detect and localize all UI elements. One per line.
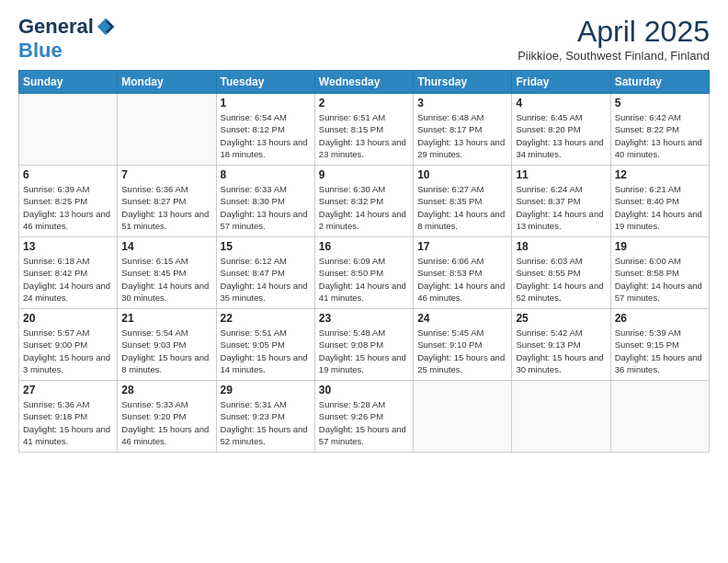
- calendar-cell: 29Sunrise: 5:31 AM Sunset: 9:23 PM Dayli…: [216, 381, 314, 453]
- calendar-cell: 26Sunrise: 5:39 AM Sunset: 9:15 PM Dayli…: [610, 309, 709, 381]
- calendar-cell: 10Sunrise: 6:27 AM Sunset: 8:35 PM Dayli…: [414, 166, 512, 237]
- day-number: 10: [417, 168, 507, 181]
- calendar-cell: 17Sunrise: 6:06 AM Sunset: 8:53 PM Dayli…: [414, 237, 512, 309]
- calendar-cell: 9Sunrise: 6:30 AM Sunset: 8:32 PM Daylig…: [314, 166, 413, 237]
- day-info: Sunrise: 5:48 AM Sunset: 9:08 PM Dayligh…: [319, 327, 409, 375]
- calendar-cell: 1Sunrise: 6:54 AM Sunset: 8:12 PM Daylig…: [216, 94, 314, 166]
- day-info: Sunrise: 6:48 AM Sunset: 8:17 PM Dayligh…: [417, 111, 507, 160]
- week-row-4: 27Sunrise: 5:36 AM Sunset: 9:18 PM Dayli…: [19, 381, 710, 453]
- calendar-cell: [118, 94, 216, 166]
- day-info: Sunrise: 6:09 AM Sunset: 8:50 PM Dayligh…: [319, 255, 409, 304]
- calendar-cell: 11Sunrise: 6:24 AM Sunset: 8:37 PM Dayli…: [512, 166, 610, 237]
- week-row-3: 20Sunrise: 5:57 AM Sunset: 9:00 PM Dayli…: [19, 309, 710, 381]
- calendar-cell: 16Sunrise: 6:09 AM Sunset: 8:50 PM Dayli…: [314, 237, 413, 309]
- logo-text: General: [18, 15, 116, 39]
- day-number: 2: [319, 97, 409, 109]
- calendar-cell: 22Sunrise: 5:51 AM Sunset: 9:05 PM Dayli…: [216, 309, 314, 381]
- calendar-cell: 28Sunrise: 5:33 AM Sunset: 9:20 PM Dayli…: [118, 381, 216, 453]
- subtitle: Piikkioe, Southwest Finland, Finland: [518, 49, 710, 63]
- logo: General Blue: [18, 15, 116, 63]
- logo-icon: [96, 17, 116, 37]
- day-number: 20: [23, 312, 113, 325]
- calendar-cell: 24Sunrise: 5:45 AM Sunset: 9:10 PM Dayli…: [414, 309, 512, 381]
- calendar-cell: 21Sunrise: 5:54 AM Sunset: 9:03 PM Dayli…: [118, 309, 216, 381]
- calendar-cell: 19Sunrise: 6:00 AM Sunset: 8:58 PM Dayli…: [610, 237, 709, 309]
- day-info: Sunrise: 6:42 AM Sunset: 8:22 PM Dayligh…: [615, 111, 705, 160]
- calendar-cell: [19, 94, 118, 166]
- day-info: Sunrise: 5:33 AM Sunset: 9:20 PM Dayligh…: [121, 398, 211, 447]
- col-header-sunday: Sunday: [19, 71, 118, 94]
- calendar-cell: 25Sunrise: 5:42 AM Sunset: 9:13 PM Dayli…: [512, 309, 610, 381]
- title-block: April 2025 Piikkioe, Southwest Finland, …: [518, 15, 710, 63]
- header-row: SundayMondayTuesdayWednesdayThursdayFrid…: [19, 71, 710, 94]
- day-number: 18: [516, 240, 606, 253]
- day-number: 8: [221, 168, 311, 181]
- day-info: Sunrise: 6:00 AM Sunset: 8:58 PM Dayligh…: [615, 255, 705, 304]
- day-info: Sunrise: 6:21 AM Sunset: 8:40 PM Dayligh…: [615, 183, 705, 232]
- day-number: 22: [221, 312, 311, 325]
- day-number: 9: [319, 168, 409, 181]
- day-number: 26: [615, 312, 705, 325]
- day-info: Sunrise: 6:36 AM Sunset: 8:27 PM Dayligh…: [121, 183, 211, 232]
- day-info: Sunrise: 5:28 AM Sunset: 9:26 PM Dayligh…: [319, 398, 409, 447]
- day-info: Sunrise: 6:30 AM Sunset: 8:32 PM Dayligh…: [319, 183, 409, 232]
- day-number: 23: [319, 312, 409, 325]
- day-number: 24: [417, 312, 507, 325]
- day-info: Sunrise: 6:03 AM Sunset: 8:55 PM Dayligh…: [516, 255, 606, 304]
- day-info: Sunrise: 6:12 AM Sunset: 8:47 PM Dayligh…: [221, 255, 311, 304]
- col-header-friday: Friday: [512, 71, 610, 94]
- logo-blue-text: Blue: [18, 39, 63, 63]
- calendar-cell: 27Sunrise: 5:36 AM Sunset: 9:18 PM Dayli…: [19, 381, 118, 453]
- day-number: 28: [121, 384, 211, 396]
- day-number: 17: [417, 240, 507, 253]
- page: General Blue April 2025 Piikkioe, Southw…: [0, 0, 728, 563]
- day-info: Sunrise: 6:06 AM Sunset: 8:53 PM Dayligh…: [417, 255, 507, 304]
- day-number: 11: [516, 168, 606, 181]
- day-number: 6: [23, 168, 113, 181]
- calendar-cell: [512, 381, 610, 453]
- calendar-cell: [610, 381, 709, 453]
- calendar-cell: 23Sunrise: 5:48 AM Sunset: 9:08 PM Dayli…: [314, 309, 413, 381]
- day-number: 15: [221, 240, 311, 253]
- day-info: Sunrise: 6:33 AM Sunset: 8:30 PM Dayligh…: [221, 183, 311, 232]
- day-number: 4: [516, 97, 606, 109]
- calendar-cell: 14Sunrise: 6:15 AM Sunset: 8:45 PM Dayli…: [118, 237, 216, 309]
- day-number: 29: [221, 384, 311, 396]
- calendar-cell: 8Sunrise: 6:33 AM Sunset: 8:30 PM Daylig…: [216, 166, 314, 237]
- day-number: 21: [121, 312, 211, 325]
- week-row-0: 1Sunrise: 6:54 AM Sunset: 8:12 PM Daylig…: [19, 94, 710, 166]
- calendar-cell: 5Sunrise: 6:42 AM Sunset: 8:22 PM Daylig…: [610, 94, 709, 166]
- day-number: 30: [319, 384, 409, 396]
- calendar-cell: 7Sunrise: 6:36 AM Sunset: 8:27 PM Daylig…: [118, 166, 216, 237]
- calendar-cell: 6Sunrise: 6:39 AM Sunset: 8:25 PM Daylig…: [19, 166, 118, 237]
- calendar-cell: 20Sunrise: 5:57 AM Sunset: 9:00 PM Dayli…: [19, 309, 118, 381]
- day-number: 7: [121, 168, 211, 181]
- day-info: Sunrise: 5:57 AM Sunset: 9:00 PM Dayligh…: [23, 327, 113, 375]
- day-info: Sunrise: 6:18 AM Sunset: 8:42 PM Dayligh…: [23, 255, 113, 304]
- calendar-cell: 4Sunrise: 6:45 AM Sunset: 8:20 PM Daylig…: [512, 94, 610, 166]
- day-number: 5: [615, 97, 705, 109]
- day-number: 1: [221, 97, 311, 109]
- col-header-tuesday: Tuesday: [216, 71, 314, 94]
- calendar-cell: 15Sunrise: 6:12 AM Sunset: 8:47 PM Dayli…: [216, 237, 314, 309]
- col-header-monday: Monday: [118, 71, 216, 94]
- day-number: 25: [516, 312, 606, 325]
- day-info: Sunrise: 5:54 AM Sunset: 9:03 PM Dayligh…: [121, 327, 211, 375]
- day-number: 13: [23, 240, 113, 253]
- logo-general: General: [18, 15, 94, 39]
- col-header-wednesday: Wednesday: [314, 71, 413, 94]
- calendar-cell: 13Sunrise: 6:18 AM Sunset: 8:42 PM Dayli…: [19, 237, 118, 309]
- calendar-cell: 2Sunrise: 6:51 AM Sunset: 8:15 PM Daylig…: [314, 94, 413, 166]
- day-number: 16: [319, 240, 409, 253]
- col-header-saturday: Saturday: [610, 71, 709, 94]
- calendar-cell: 30Sunrise: 5:28 AM Sunset: 9:26 PM Dayli…: [314, 381, 413, 453]
- day-info: Sunrise: 6:51 AM Sunset: 8:15 PM Dayligh…: [319, 111, 409, 160]
- day-number: 19: [615, 240, 705, 253]
- calendar: SundayMondayTuesdayWednesdayThursdayFrid…: [18, 70, 710, 453]
- day-number: 14: [121, 240, 211, 253]
- day-number: 12: [615, 168, 705, 181]
- calendar-cell: 18Sunrise: 6:03 AM Sunset: 8:55 PM Dayli…: [512, 237, 610, 309]
- day-info: Sunrise: 6:24 AM Sunset: 8:37 PM Dayligh…: [516, 183, 606, 232]
- day-info: Sunrise: 5:42 AM Sunset: 9:13 PM Dayligh…: [516, 327, 606, 375]
- header: General Blue April 2025 Piikkioe, Southw…: [18, 15, 710, 63]
